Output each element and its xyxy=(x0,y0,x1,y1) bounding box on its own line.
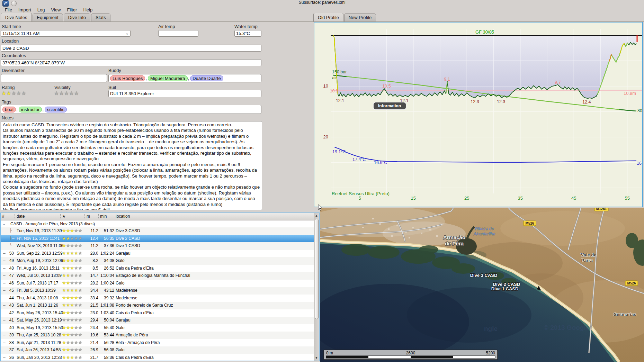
dive-row[interactable]: –36Sun, Jan 20, 2013 12:33★★★★★21.758:36… xyxy=(1,354,314,362)
star-icon: ★ xyxy=(66,310,70,315)
star-icon: ★ xyxy=(66,332,70,337)
dive-location: Garajau xyxy=(116,251,131,256)
dive-row[interactable]: –42Sun, May 26, 2013 15:40★★★★★23.01:03:… xyxy=(1,309,314,317)
dive-row[interactable]: –49Mon, Aug 19, 2013 12:06★★★★★8.234:08G… xyxy=(1,257,314,265)
gradient-factor-label: GF 30/85 xyxy=(475,29,494,35)
scroll-down-icon[interactable]: ▼ xyxy=(314,356,319,360)
menu-log[interactable]: Log xyxy=(34,7,48,13)
dive-row[interactable]: –50Sun, Sep 22, 2013 12:59★★★★★28.01:02:… xyxy=(1,250,314,257)
column-header-date[interactable]: date xyxy=(17,214,25,219)
start-time-combo[interactable]: 11/15/13 11:41 AM ⌄ xyxy=(1,30,131,37)
dive-date: Wed, Jul 10, 2013 13:09 xyxy=(17,273,62,278)
menu-help[interactable]: Help xyxy=(80,7,96,13)
star-icon: ★ xyxy=(62,280,66,286)
dive-profile-chart[interactable]: GF 30/85102051525354555Reefnet Sensus Ul… xyxy=(314,22,642,207)
column-separator[interactable] xyxy=(84,214,85,219)
tab-stats[interactable]: Stats xyxy=(91,13,110,21)
tags-field[interactable]: boat,instructor,scientific xyxy=(1,105,261,114)
menu-view[interactable]: View xyxy=(48,7,64,13)
dive-row[interactable]: –47Wed, Jul 10, 2013 13:09★★★★★14.71:10:… xyxy=(1,272,314,280)
star-icon[interactable]: ★ xyxy=(69,90,74,96)
dive-row[interactable]: └–Wed, Nov 13, 2013 11:06★★★★★11.237:36D… xyxy=(1,242,314,250)
dive-row[interactable]: ├–Fri, Nov 15, 2013 11:41★★★★★12.456:35D… xyxy=(1,235,314,243)
dive-row[interactable]: –45Fri, Jul 5, 2013 10:39★★★★★34.443:12M… xyxy=(1,287,314,295)
divemaster-field[interactable] xyxy=(1,74,107,82)
rating-stars[interactable]: ★★★★★ xyxy=(1,90,26,97)
dive-trip-group-row[interactable]: ⌄–CASD - Armação de Pêra, Nov 2013 (3 di… xyxy=(1,220,314,227)
dive-row[interactable]: –40Sun, May 19, 2013 15:53★★★★★24.455:40… xyxy=(1,324,314,332)
air-temp-field[interactable] xyxy=(158,30,198,37)
menu-file[interactable]: File xyxy=(2,7,15,13)
star-icon[interactable]: ★ xyxy=(21,90,26,96)
name-pill[interactable]: Luís Rodrigues xyxy=(110,75,145,81)
tab-dive-info[interactable]: Dive Info xyxy=(64,13,90,21)
scroll-up-icon[interactable]: ▲ xyxy=(314,214,319,218)
name-pill[interactable]: boat xyxy=(2,107,16,112)
star-icon: ★ xyxy=(70,310,74,315)
column-separator[interactable] xyxy=(15,214,15,219)
dive-row[interactable]: –43Sat, Jun 1, 2013 11:26★★★★★21.51:01:0… xyxy=(1,302,314,309)
location-field[interactable]: Dive 2 CASD xyxy=(1,45,261,52)
dive-row[interactable]: ├–Tue, Nov 19, 2013 11:39★★★★★11.251:32D… xyxy=(1,227,314,235)
dive-depth: 21.7 xyxy=(83,355,98,360)
star-icon[interactable]: ★ xyxy=(59,90,64,96)
collapse-icon[interactable]: ⌄ xyxy=(2,221,6,226)
column-separator[interactable] xyxy=(114,214,114,219)
coordinates-field[interactable]: 37°05'23.460"N 8°20'47.879"W xyxy=(1,59,261,66)
star-icon[interactable]: ★ xyxy=(1,90,6,96)
star-icon: ★ xyxy=(74,251,78,256)
water-temp-field[interactable]: 15.3°C xyxy=(234,30,261,37)
dive-rating: ★★★★★ xyxy=(62,340,82,345)
star-icon: ★ xyxy=(66,355,70,360)
dive-number: 37 xyxy=(1,347,14,352)
name-pill[interactable]: Duarte Duarte xyxy=(190,75,223,81)
rating-label: Rating xyxy=(2,85,15,90)
dive-list-header[interactable]: #date★mminlocation xyxy=(1,213,314,220)
column-header-stars[interactable]: ★ xyxy=(62,214,66,219)
star-icon[interactable]: ★ xyxy=(6,90,11,96)
menu-import[interactable]: Import xyxy=(15,7,34,13)
star-icon[interactable]: ★ xyxy=(54,90,59,96)
dive-row[interactable]: –46Sun, Jul 7, 2013 17:17★★★★★28.21:00:2… xyxy=(1,280,314,287)
visibility-stars[interactable]: ★★★★★ xyxy=(54,90,79,97)
tab-equipment[interactable]: Equipment xyxy=(33,13,63,21)
tab-new-profile[interactable]: New Profile xyxy=(344,13,376,21)
dive-row[interactable]: –41Sat, May 25, 2013 12:19★★★★★29.450:04… xyxy=(1,317,314,324)
window-menu-button[interactable] xyxy=(11,1,16,6)
column-header-depth[interactable]: m xyxy=(87,214,90,219)
tab-dive-notes[interactable]: Dive Notes xyxy=(1,13,32,21)
name-pill[interactable]: Miguel Madureira xyxy=(148,75,187,81)
column-header-location[interactable]: location xyxy=(116,214,130,219)
column-separator[interactable] xyxy=(60,214,61,219)
titlebar[interactable]: Subsurface: paneves.xml xyxy=(0,0,644,7)
star-icon[interactable]: ★ xyxy=(11,90,16,96)
max-depth-label: 12.1 xyxy=(336,98,344,103)
name-pill[interactable]: instructor xyxy=(19,107,42,112)
star-icon[interactable]: ★ xyxy=(64,90,69,96)
buddy-field[interactable]: Luís Rodrigues,Miguel Madureira,Duarte D… xyxy=(108,74,261,82)
column-header-duration[interactable]: min xyxy=(100,214,107,219)
dive-location-map[interactable]: Armaçãode PêraRibeira deAlcantarilhaVale… xyxy=(320,208,644,362)
dive-row[interactable]: –44Thu, Jul 4, 2013 10:08★★★★★33.439:32M… xyxy=(1,295,314,302)
scrollbar-thumb[interactable] xyxy=(315,219,319,319)
notes-textarea[interactable]: Aula do curso CASD. Transectos c/video e… xyxy=(1,121,262,210)
star-icon[interactable]: ★ xyxy=(74,90,79,96)
dive-depth: 8.2 xyxy=(83,258,98,263)
suit-field[interactable]: DUI TLS 350 Explorer xyxy=(108,90,261,97)
chevron-down-icon[interactable]: ⌄ xyxy=(125,31,129,36)
dive-location: Dive 1 CASD xyxy=(116,243,140,248)
dive-row[interactable]: –48Fri, Aug 16, 2013 15:11★★★★★8.526:52C… xyxy=(1,265,314,272)
dive-row[interactable]: –37Sat, Jan 26, 2013 14:58★★★★★26.956:08… xyxy=(1,346,314,354)
dive-list-scrollbar[interactable]: ▲ ▼ xyxy=(314,213,319,361)
star-icon[interactable]: ★ xyxy=(16,90,21,96)
dive-profile-panel[interactable]: GF 30/85102051525354555Reefnet Sensus Ul… xyxy=(314,22,643,207)
column-separator[interactable] xyxy=(98,214,99,219)
column-header-num[interactable]: # xyxy=(2,214,5,219)
name-pill[interactable]: scientific xyxy=(45,107,67,112)
tab-old-profile[interactable]: Old Profile xyxy=(313,13,343,21)
dive-number: 50 xyxy=(1,251,14,256)
dive-row[interactable]: –39Thu, Apr 25, 2013 10:28★★★★★19.653:44… xyxy=(1,332,314,339)
dive-row[interactable]: –38Sun, Apr 21, 2013 11:28★★★★★21.456:28… xyxy=(1,339,314,347)
menu-filter[interactable]: Filter xyxy=(64,7,80,13)
dive-list[interactable]: #date★mminlocation ⌄–CASD - Armação de P… xyxy=(0,212,320,361)
